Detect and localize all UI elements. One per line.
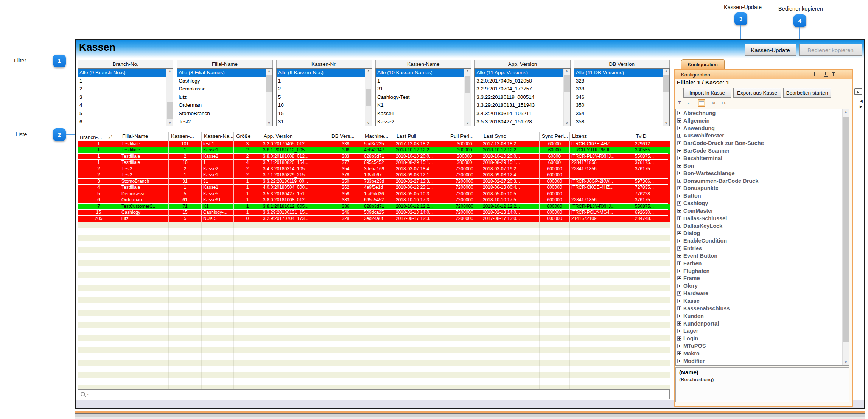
column-header[interactable]: Machine... [362,132,394,141]
scroll-up-icon[interactable]: ∧ [843,109,849,115]
column-header[interactable]: TvID [633,132,668,141]
filter-option[interactable]: 3.2.0:20170405_012058 [475,77,570,85]
scroll-down-icon[interactable]: ∨ [166,120,173,126]
table-row[interactable]: 205lutz5NUK 503.2.9:20170704_173...3283e… [78,216,670,222]
filter-option[interactable]: Alle (8 Filial-Names) [177,69,272,77]
filter-option[interactable]: Kasse2 [376,118,471,126]
expand-plus-icon[interactable] [677,194,681,198]
filter-option[interactable]: 3 [78,93,173,101]
filter-option[interactable]: 31 [376,85,471,93]
scroll-up-icon[interactable]: ∧ [365,69,372,74]
expand-plus-icon[interactable] [677,276,681,280]
scroll-down-icon[interactable]: ∨ [564,120,570,126]
expand-plus-icon[interactable] [677,201,681,206]
expand-plus-icon[interactable] [677,186,681,190]
filter-option[interactable]: Kasse1 [376,109,471,118]
tree-item[interactable]: Button [676,192,849,199]
scroll-up-icon[interactable]: ∧ [663,69,669,74]
filter-option[interactable]: 1 [78,77,173,85]
scrollbar-thumb[interactable] [266,75,272,92]
tree-item[interactable]: MTuPOS [676,342,849,350]
expand-plus-icon[interactable] [677,216,681,220]
tree-item[interactable]: Kunden [676,312,849,320]
scroll-up-icon[interactable]: ∧ [166,69,173,74]
property-pages-icon[interactable] [698,99,705,107]
scrollbar-thumb[interactable] [564,75,570,92]
collapse-all-icon[interactable]: ⊟↕ [720,99,728,107]
scroll-down-icon[interactable]: ∨ [843,360,849,365]
tree-item[interactable]: Auswahlfenster [676,132,849,140]
nav-right-icon[interactable]: ▶ [860,105,863,109]
expand-plus-icon[interactable] [677,149,681,153]
filter-option[interactable]: Alle (9 Branch-No.s) [78,69,173,77]
filter-option[interactable]: 6 [78,118,173,126]
filter-option[interactable]: 350 [574,101,669,109]
scroll-up-icon[interactable]: ∧ [564,69,570,74]
tree-item[interactable]: Makro [676,350,849,357]
scroll-up-icon[interactable]: ∧ [464,69,471,74]
column-header[interactable]: Filial-Name [120,132,169,141]
table-row[interactable]: 6Orderman61Kasse6113.8.0:20181008_012...… [78,197,670,203]
filter-option[interactable]: lutz [177,93,272,101]
expand-plus-icon[interactable] [677,261,681,265]
expand-plus-icon[interactable] [677,269,681,273]
filter-scrollbar[interactable]: ∧∨ [166,69,173,126]
tree-item[interactable]: Hardware [676,290,849,297]
table-row[interactable]: 5Demokasse5Kasse513.5.3:20180427_151...3… [78,191,670,197]
expand-plus-icon[interactable] [677,359,681,363]
tab-konfiguration[interactable]: Konfiguration [681,59,725,70]
tree-item[interactable]: Event Button [676,252,849,260]
filter-option[interactable]: Cashlogy-Test [376,93,471,101]
tree-item[interactable]: EnableCondition [676,237,849,245]
tree-item[interactable]: Lager [676,327,849,335]
scroll-down-icon[interactable]: ∨ [365,120,372,126]
tree-item[interactable]: Kasse [676,297,849,305]
tree-item[interactable]: BarCode-Scanner [676,147,849,154]
scrollbar-thumb[interactable] [366,89,371,106]
filter-option[interactable]: 346 [574,93,669,101]
filter-scrollbar[interactable]: ∧∨ [464,69,471,126]
bearbeiten-starten-button[interactable]: Bearbeiten starten [783,88,831,98]
tree-item[interactable]: Bonsummen-BarCode Druck [676,177,849,185]
column-header[interactable]: Branch-...∧1 [78,132,120,141]
filter-option[interactable]: 3.3.22:20180119_000514 [475,93,570,101]
expand-plus-icon[interactable] [677,321,681,326]
import-in-kasse-button[interactable]: Import in Kasse [683,88,731,98]
filter-option[interactable]: 338 [574,85,669,93]
tree-item[interactable]: Anwendung [676,125,849,132]
kassen-update-button[interactable]: Kassen-Update [745,44,796,56]
filter-option[interactable]: Alle (11 App. Versions) [475,69,570,77]
table-row[interactable]: 1Testfiliale1Kasse123.8.1:20181012_005..… [78,147,670,153]
filter-option[interactable]: 5 [277,93,372,101]
tree-item[interactable]: Modifier [676,357,849,365]
filter-option[interactable]: 31 [277,118,372,126]
filter-option[interactable]: 3.2.9:20170704_173757 [475,85,570,93]
filter-option[interactable]: 1 [376,77,471,85]
tree-item[interactable]: Abrechnung [676,109,849,117]
expand-plus-icon[interactable] [677,254,681,258]
expand-plus-icon[interactable] [677,179,681,183]
tree-item[interactable]: BarCode-Druck zur Bon-Suche [676,139,849,147]
filter-option[interactable]: 328 [574,77,669,85]
bediener-kopieren-button[interactable]: Bediener kopieren [799,44,862,56]
table-row[interactable]: 1Testfiliale101test 133.2.0:20170405_012… [78,141,670,147]
filter-option[interactable]: Cashlogy [177,77,272,85]
table-row[interactable]: 7TestCustomerC...71K113.8.1:20181012_005… [78,204,670,210]
scroll-down-icon[interactable]: ∨ [663,120,669,126]
filter-option[interactable]: 3.3.29:20180131_151943 [475,101,570,109]
filter-scrollbar[interactable]: ∧∨ [266,69,272,126]
expand-plus-icon[interactable] [677,231,681,235]
tree-item[interactable]: Flughafen [676,267,849,275]
table-row[interactable]: 1Testfiliale10143.7.1:20180820_154...377… [78,160,670,166]
column-header[interactable]: Sync Peri... [540,132,570,141]
filter-option[interactable]: Alle (11 DB Versions) [574,69,669,77]
table-row[interactable]: 3StornoBranch313113.3.22:20180119_00...3… [78,179,670,185]
filter-option[interactable]: 354 [574,109,669,118]
scroll-up-icon[interactable]: ∧ [266,69,272,74]
expand-plus-icon[interactable] [677,344,681,348]
tree-item[interactable]: Dallas-Schlüssel [676,215,849,222]
expand-plus-icon[interactable] [677,209,681,213]
scrollbar-thumb[interactable] [663,75,669,92]
column-header[interactable]: Kassen-Na... [202,132,234,141]
expand-plus-icon[interactable] [677,171,681,175]
